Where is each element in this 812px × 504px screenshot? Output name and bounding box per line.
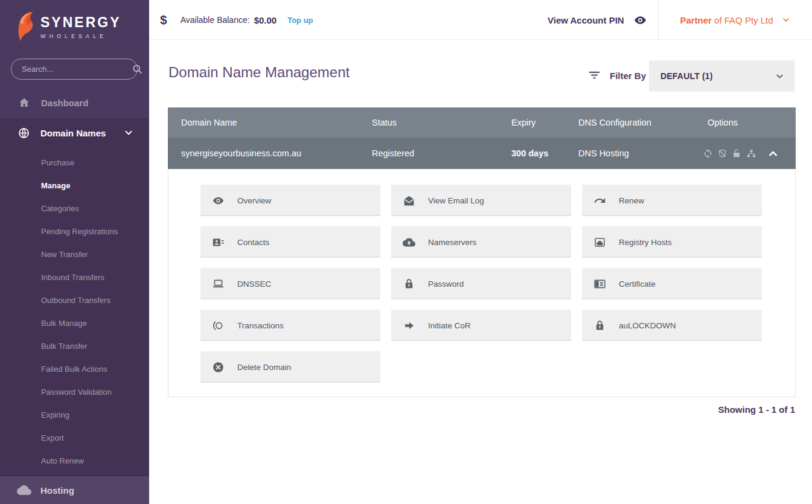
- sidebar-subitem-categories[interactable]: Categories: [41, 197, 118, 220]
- filter-icon: [587, 68, 601, 82]
- col-options: Options: [708, 107, 738, 138]
- action-tiles: Overview View Email Log Renew: [168, 169, 795, 383]
- chevron-down-icon: [781, 15, 791, 25]
- action-contacts[interactable]: Contacts: [200, 226, 380, 258]
- partner-label-bold: Partner: [680, 15, 712, 25]
- sidebar-item-label: Domain Names: [40, 128, 106, 138]
- sidebar-subitem-export[interactable]: Export: [41, 426, 118, 449]
- top-up-link[interactable]: Top up: [287, 16, 313, 25]
- laptop-icon: [212, 278, 225, 290]
- sidebar-subitem-pending-registrations[interactable]: Pending Registrations: [41, 220, 118, 243]
- row-option-icons: [703, 138, 756, 169]
- sidebar-subitem-expiring[interactable]: Expiring: [41, 403, 118, 426]
- partner-account-dropdown[interactable]: Partner of FAQ Pty Ltd: [659, 0, 812, 40]
- search-input[interactable]: [11, 65, 132, 74]
- brand-tagline: WHOLESALE: [40, 33, 121, 39]
- sidebar-item-label: Hosting: [40, 485, 74, 496]
- domain-actions-panel: Overview View Email Log Renew: [168, 169, 796, 397]
- sidebar-section-domain-names: Domain Names Purchase Manage Categories …: [0, 118, 149, 476]
- transactions-icon: [212, 319, 225, 332]
- sitemap-icon[interactable]: [746, 148, 756, 159]
- chevron-down-icon: [123, 127, 134, 138]
- lock-icon: [403, 278, 415, 290]
- action-delete-domain[interactable]: Delete Domain: [200, 351, 380, 383]
- app-window: SYNERGY WHOLESALE Dashboard Domain Names: [0, 0, 812, 504]
- home-icon: [18, 97, 30, 109]
- table-header: Domain Name Status Expiry DNS Configurat…: [168, 107, 796, 138]
- filter-select-value: DEFAULT (1): [660, 71, 775, 81]
- col-dns-configuration: DNS Configuration: [578, 107, 651, 138]
- lock-icon: [593, 319, 606, 332]
- collapse-row-button[interactable]: [767, 138, 779, 169]
- mail-open-icon: [403, 194, 415, 207]
- shield-off-icon[interactable]: [717, 148, 727, 159]
- dollar-icon: $: [160, 13, 167, 27]
- action-password[interactable]: Password: [391, 268, 571, 299]
- certificate-card-icon: [593, 278, 606, 290]
- unlock-icon[interactable]: [732, 148, 742, 159]
- view-account-pin-button[interactable]: View Account PIN: [548, 0, 647, 40]
- sidebar-subitem-password-validation[interactable]: Password Validation: [41, 380, 118, 403]
- brand-name: SYNERGY: [40, 14, 121, 31]
- expiry-cell: 300 days: [511, 138, 548, 169]
- action-overview[interactable]: Overview: [200, 185, 380, 216]
- col-status: Status: [372, 107, 397, 138]
- col-expiry: Expiry: [511, 107, 535, 138]
- balance-value: $0.00: [254, 15, 277, 25]
- partner-label: of FAQ Pty Ltd: [712, 15, 773, 25]
- search-icon[interactable]: [132, 63, 143, 75]
- flame-icon: [17, 11, 35, 42]
- view-account-pin-label: View Account PIN: [548, 15, 624, 25]
- sidebar-item-dashboard[interactable]: Dashboard: [0, 89, 149, 116]
- eye-icon: [212, 194, 225, 207]
- x-circle-icon: [212, 361, 225, 374]
- sidebar-item-label: Dashboard: [41, 98, 88, 108]
- chevron-up-icon: [767, 147, 779, 160]
- sidebar-search: [11, 59, 138, 80]
- action-nameservers[interactable]: Nameservers: [391, 226, 571, 258]
- filter-by-label: Filter By: [610, 71, 646, 81]
- brand-logo[interactable]: SYNERGY WHOLESALE: [17, 11, 121, 42]
- action-certificate[interactable]: Certificate: [582, 268, 762, 299]
- cloud-icon: [17, 483, 31, 497]
- action-registry-hosts[interactable]: Registry Hosts: [582, 226, 762, 258]
- redo-icon: [593, 194, 606, 207]
- action-transactions[interactable]: Transactions: [200, 310, 380, 341]
- eye-icon: [633, 13, 647, 27]
- action-renew[interactable]: Renew: [582, 185, 762, 216]
- globe-icon: [18, 127, 30, 139]
- topbar: $ Available Balance: $0.00 Top up View A…: [149, 0, 812, 40]
- status-cell: Registered: [372, 138, 414, 169]
- sidebar-subitem-bulk-manage[interactable]: Bulk Manage: [41, 311, 118, 334]
- domain-name-cell: synergiseyourbusiness.com.au: [181, 138, 301, 169]
- sidebar: SYNERGY WHOLESALE Dashboard Domain Names: [0, 0, 149, 504]
- balance-label: Available Balance:: [181, 15, 250, 25]
- sidebar-subitem-purchase[interactable]: Purchase: [41, 151, 118, 174]
- balance-group: $ Available Balance: $0.00 Top up: [160, 0, 313, 40]
- sidebar-subitem-failed-bulk-actions[interactable]: Failed Bulk Actions: [41, 357, 118, 380]
- pagination-summary: Showing 1 - 1 of 1: [718, 404, 795, 415]
- chevron-down-icon: [775, 71, 785, 81]
- table-row[interactable]: synergiseyourbusiness.com.au Registered …: [168, 138, 796, 169]
- dns-configuration-cell: DNS Hosting: [578, 138, 629, 169]
- sidebar-subitem-inbound-transfers[interactable]: Inbound Transfers: [41, 266, 118, 289]
- sync-icon[interactable]: [703, 148, 713, 159]
- sidebar-subitem-new-transfer[interactable]: New Transfer: [41, 243, 118, 266]
- filter-select[interactable]: DEFAULT (1): [649, 60, 794, 92]
- action-initiate-cor[interactable]: Initiate CoR: [391, 310, 571, 341]
- sidebar-subitem-auto-renew[interactable]: Auto Renew: [41, 449, 118, 472]
- col-domain-name: Domain Name: [181, 107, 237, 138]
- action-view-email-log[interactable]: View Email Log: [391, 185, 571, 216]
- sidebar-item-hosting[interactable]: Hosting: [0, 476, 149, 504]
- page-title: Domain Name Management: [168, 64, 350, 81]
- sidebar-subitem-manage[interactable]: Manage: [41, 174, 118, 197]
- action-dnssec[interactable]: DNSSEC: [200, 268, 380, 299]
- contact-card-icon: [212, 236, 225, 249]
- sidebar-subitem-outbound-transfers[interactable]: Outbound Transfers: [41, 289, 118, 311]
- action-aulockdown[interactable]: auLOCKDOWN: [582, 310, 762, 341]
- domain-names-submenu: Purchase Manage Categories Pending Regis…: [41, 151, 118, 472]
- sidebar-subitem-bulk-transfer[interactable]: Bulk Transfer: [41, 334, 118, 357]
- sidebar-item-domain-names[interactable]: Domain Names: [0, 118, 149, 147]
- cloud-upload-icon: [403, 236, 415, 249]
- cloud-box-icon: [593, 236, 606, 249]
